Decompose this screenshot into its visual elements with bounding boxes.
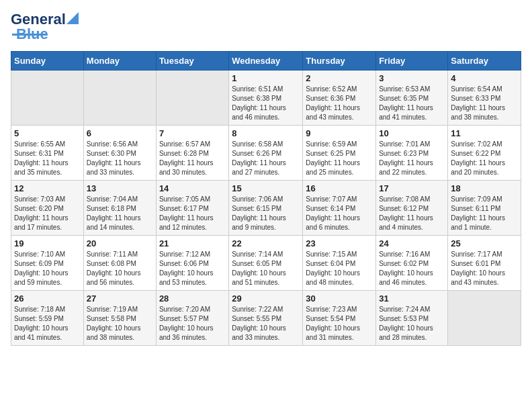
day-number: 19: [14, 238, 81, 248]
day-info: Sunrise: 7:05 AM Sunset: 6:17 PM Dayligh…: [159, 195, 226, 232]
day-number: 6: [87, 128, 153, 138]
day-info: Sunrise: 7:07 AM Sunset: 6:14 PM Dayligh…: [306, 195, 373, 232]
day-number: 16: [306, 183, 373, 193]
day-info: Sunrise: 6:55 AM Sunset: 6:31 PM Dayligh…: [14, 140, 81, 177]
header-thursday: Thursday: [303, 52, 376, 71]
day-number: 18: [451, 183, 518, 193]
calendar-cell: 20Sunrise: 7:11 AM Sunset: 6:08 PM Dayli…: [83, 236, 156, 291]
logo-triangle-icon: [66, 12, 79, 24]
day-info: Sunrise: 6:54 AM Sunset: 6:33 PM Dayligh…: [451, 85, 518, 122]
day-info: Sunrise: 7:04 AM Sunset: 6:18 PM Dayligh…: [87, 195, 153, 232]
calendar-cell: 16Sunrise: 7:07 AM Sunset: 6:14 PM Dayli…: [303, 181, 376, 236]
day-info: Sunrise: 7:24 AM Sunset: 5:53 PM Dayligh…: [379, 305, 445, 342]
day-number: 30: [306, 293, 373, 304]
logo-text-blue: Blue: [16, 26, 48, 43]
day-info: Sunrise: 7:18 AM Sunset: 5:59 PM Dayligh…: [14, 305, 81, 342]
calendar-week-row: 12Sunrise: 7:03 AM Sunset: 6:20 PM Dayli…: [11, 181, 521, 236]
day-number: 3: [379, 73, 445, 83]
day-info: Sunrise: 7:16 AM Sunset: 6:02 PM Dayligh…: [379, 250, 445, 287]
day-info: Sunrise: 6:58 AM Sunset: 6:26 PM Dayligh…: [232, 140, 300, 177]
calendar-week-row: 26Sunrise: 7:18 AM Sunset: 5:59 PM Dayli…: [11, 291, 521, 346]
day-number: 7: [159, 128, 226, 138]
calendar-week-row: 1Sunrise: 6:51 AM Sunset: 6:38 PM Daylig…: [11, 71, 521, 126]
header-wednesday: Wednesday: [229, 52, 303, 71]
calendar-cell: 26Sunrise: 7:18 AM Sunset: 5:59 PM Dayli…: [11, 291, 84, 346]
svg-marker-0: [66, 12, 79, 24]
calendar-cell: 12Sunrise: 7:03 AM Sunset: 6:20 PM Dayli…: [11, 181, 84, 236]
day-info: Sunrise: 7:19 AM Sunset: 5:58 PM Dayligh…: [87, 305, 153, 342]
day-number: 15: [232, 183, 300, 193]
day-number: 14: [159, 183, 226, 193]
day-info: Sunrise: 6:57 AM Sunset: 6:28 PM Dayligh…: [159, 140, 226, 177]
calendar-cell: 2Sunrise: 6:52 AM Sunset: 6:36 PM Daylig…: [303, 71, 376, 126]
calendar-cell: 10Sunrise: 7:01 AM Sunset: 6:23 PM Dayli…: [376, 126, 448, 181]
day-number: 25: [451, 238, 518, 248]
day-info: Sunrise: 6:56 AM Sunset: 6:30 PM Dayligh…: [87, 140, 153, 177]
calendar-cell: 14Sunrise: 7:05 AM Sunset: 6:17 PM Dayli…: [156, 181, 228, 236]
day-number: 21: [159, 238, 226, 248]
day-number: 29: [232, 293, 300, 304]
day-info: Sunrise: 7:23 AM Sunset: 5:54 PM Dayligh…: [306, 305, 373, 342]
day-info: Sunrise: 7:15 AM Sunset: 6:04 PM Dayligh…: [306, 250, 373, 287]
day-number: 26: [14, 293, 81, 304]
day-number: 13: [87, 183, 153, 193]
calendar-cell: 25Sunrise: 7:17 AM Sunset: 6:01 PM Dayli…: [448, 236, 521, 291]
calendar-cell: [156, 71, 228, 126]
calendar-cell: 3Sunrise: 6:53 AM Sunset: 6:35 PM Daylig…: [376, 71, 448, 126]
calendar-cell: 21Sunrise: 7:12 AM Sunset: 6:06 PM Dayli…: [156, 236, 228, 291]
header-saturday: Saturday: [448, 52, 521, 71]
calendar-cell: 17Sunrise: 7:08 AM Sunset: 6:12 PM Dayli…: [376, 181, 448, 236]
calendar-table: SundayMondayTuesdayWednesdayThursdayFrid…: [11, 51, 521, 346]
day-number: 1: [232, 73, 300, 83]
calendar-cell: 23Sunrise: 7:15 AM Sunset: 6:04 PM Dayli…: [303, 236, 376, 291]
calendar-cell: 30Sunrise: 7:23 AM Sunset: 5:54 PM Dayli…: [303, 291, 376, 346]
page-header: General Blue: [11, 11, 521, 43]
calendar-cell: 22Sunrise: 7:14 AM Sunset: 6:05 PM Dayli…: [229, 236, 303, 291]
calendar-cell: 7Sunrise: 6:57 AM Sunset: 6:28 PM Daylig…: [156, 126, 228, 181]
calendar-cell: 24Sunrise: 7:16 AM Sunset: 6:02 PM Dayli…: [376, 236, 448, 291]
day-info: Sunrise: 7:20 AM Sunset: 5:57 PM Dayligh…: [159, 305, 226, 342]
calendar-cell: 11Sunrise: 7:02 AM Sunset: 6:22 PM Dayli…: [448, 126, 521, 181]
calendar-cell: 13Sunrise: 7:04 AM Sunset: 6:18 PM Dayli…: [83, 181, 156, 236]
calendar-cell: [83, 71, 156, 126]
day-info: Sunrise: 7:09 AM Sunset: 6:11 PM Dayligh…: [451, 195, 518, 232]
header-friday: Friday: [376, 52, 448, 71]
day-info: Sunrise: 7:17 AM Sunset: 6:01 PM Dayligh…: [451, 250, 518, 287]
calendar-cell: 8Sunrise: 6:58 AM Sunset: 6:26 PM Daylig…: [229, 126, 303, 181]
header-tuesday: Tuesday: [156, 52, 228, 71]
calendar-cell: 1Sunrise: 6:51 AM Sunset: 6:38 PM Daylig…: [229, 71, 303, 126]
day-number: 10: [379, 128, 445, 138]
day-info: Sunrise: 6:53 AM Sunset: 6:35 PM Dayligh…: [379, 85, 445, 122]
day-number: 28: [159, 293, 226, 304]
calendar-week-row: 19Sunrise: 7:10 AM Sunset: 6:09 PM Dayli…: [11, 236, 521, 291]
calendar-cell: 6Sunrise: 6:56 AM Sunset: 6:30 PM Daylig…: [83, 126, 156, 181]
day-info: Sunrise: 7:12 AM Sunset: 6:06 PM Dayligh…: [159, 250, 226, 287]
day-number: 12: [14, 183, 81, 193]
calendar-cell: [11, 71, 84, 126]
day-number: 4: [451, 73, 518, 83]
calendar-cell: 15Sunrise: 7:06 AM Sunset: 6:15 PM Dayli…: [229, 181, 303, 236]
logo: General Blue: [11, 11, 79, 43]
header-sunday: Sunday: [11, 52, 84, 71]
day-info: Sunrise: 7:01 AM Sunset: 6:23 PM Dayligh…: [379, 140, 445, 177]
day-number: 24: [379, 238, 445, 248]
day-number: 5: [14, 128, 81, 138]
calendar-cell: 19Sunrise: 7:10 AM Sunset: 6:09 PM Dayli…: [11, 236, 84, 291]
day-number: 31: [379, 293, 445, 304]
day-number: 27: [87, 293, 153, 304]
calendar-cell: 29Sunrise: 7:22 AM Sunset: 5:55 PM Dayli…: [229, 291, 303, 346]
day-info: Sunrise: 7:06 AM Sunset: 6:15 PM Dayligh…: [232, 195, 300, 232]
day-number: 22: [232, 238, 300, 248]
calendar-header-row: SundayMondayTuesdayWednesdayThursdayFrid…: [11, 52, 521, 71]
day-info: Sunrise: 7:22 AM Sunset: 5:55 PM Dayligh…: [232, 305, 300, 342]
day-number: 23: [306, 238, 373, 248]
day-number: 8: [232, 128, 300, 138]
calendar-cell: 5Sunrise: 6:55 AM Sunset: 6:31 PM Daylig…: [11, 126, 84, 181]
header-monday: Monday: [83, 52, 156, 71]
day-info: Sunrise: 7:03 AM Sunset: 6:20 PM Dayligh…: [14, 195, 81, 232]
day-number: 9: [306, 128, 373, 138]
day-info: Sunrise: 7:10 AM Sunset: 6:09 PM Dayligh…: [14, 250, 81, 287]
day-info: Sunrise: 7:14 AM Sunset: 6:05 PM Dayligh…: [232, 250, 300, 287]
calendar-cell: 18Sunrise: 7:09 AM Sunset: 6:11 PM Dayli…: [448, 181, 521, 236]
calendar-cell: 4Sunrise: 6:54 AM Sunset: 6:33 PM Daylig…: [448, 71, 521, 126]
